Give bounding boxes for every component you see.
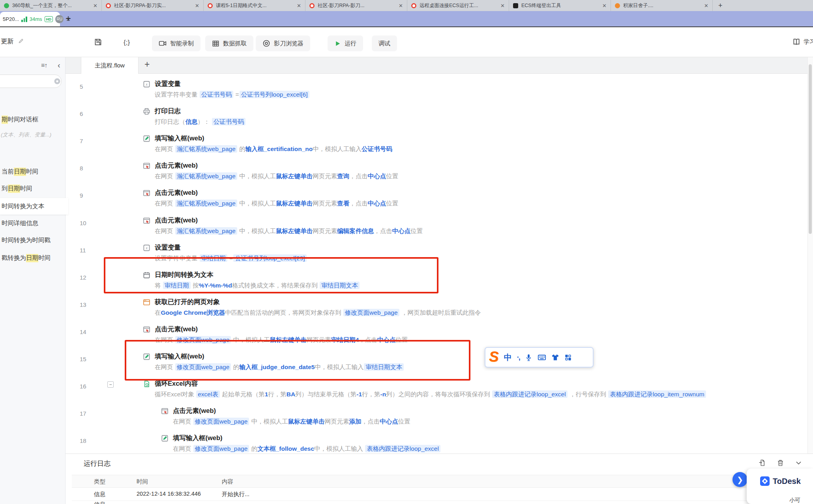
parameter-token[interactable]: 中心点 (380, 418, 398, 425)
sidebar-item[interactable]: 时间转换为时间戳 (0, 232, 66, 248)
parameter-token[interactable]: -1 (356, 391, 362, 398)
browser-tab[interactable]: 社区-影刀RPA-影刀...✕ (305, 0, 407, 11)
todesk-widget[interactable]: ToDesk 小可 (747, 469, 813, 504)
data-capture-button[interactable]: 数据抓取 (205, 35, 253, 51)
parameter-token[interactable]: 鼠标左键单击 (276, 173, 313, 179)
variable-chip[interactable]: 表格内跟进记录loop_excel (492, 390, 568, 398)
add-flow-tab-button[interactable]: + (144, 59, 150, 70)
parameter-token[interactable]: 输入框_certification_no (245, 146, 313, 152)
variable-chip[interactable]: 瀚汇铭系统web_page (175, 145, 237, 153)
parameter-token[interactable]: 信息 (185, 118, 198, 125)
flow-step-7[interactable]: 7填写输入框(web)在网页 瀚汇铭系统web_page 的输入框_certif… (66, 134, 807, 161)
variable-chip[interactable]: 瀚汇铭系统web_page (175, 172, 237, 180)
variables-icon[interactable]: {;} (124, 39, 130, 47)
browser-tab[interactable]: 社区-影刀RPA-影刀实...✕ (102, 0, 204, 11)
flow-step-5[interactable]: 5x设置变量设置字符串变量 公证书号码 =公证书号列loop_excel[6] (66, 80, 807, 106)
browser-tab[interactable]: 课程5-1日期格式中文...✕ (204, 0, 305, 11)
run-button[interactable]: 运行 (328, 35, 363, 51)
active-browser-tab[interactable]: 5P20... 34ms HD RU ✕ (0, 12, 60, 26)
clear-log-icon[interactable] (777, 459, 784, 467)
scrollbar-thumb[interactable] (809, 64, 812, 234)
skin-icon[interactable] (551, 353, 559, 361)
yingdao-browser-button[interactable]: 影刀浏览器 (256, 35, 310, 51)
close-tab-icon[interactable]: ✕ (195, 3, 199, 9)
sidebar-item[interactable]: 到日期时间 (0, 180, 66, 197)
close-tab-icon[interactable]: ✕ (704, 3, 708, 9)
variable-chip[interactable]: 修改页面web_page (343, 309, 399, 316)
flow-step-8[interactable]: 8点击元素(web)在网页 瀚汇铭系统web_page 中，模拟人工鼠标左键单击… (66, 161, 807, 188)
close-tab-icon[interactable]: ✕ (93, 3, 97, 9)
variable-chip[interactable]: 公证书号码 (212, 118, 246, 125)
close-tab-icon[interactable]: ✕ (500, 3, 505, 9)
parameter-token[interactable]: 鼠标左键单击 (288, 418, 325, 425)
parameter-token[interactable]: 中心点 (368, 200, 386, 207)
parameter-token[interactable]: 文本框_follow_desc (257, 445, 314, 452)
toolbox-icon[interactable] (564, 354, 572, 361)
parameter-token[interactable]: 中心点 (392, 228, 411, 234)
editor-scrollbar[interactable] (807, 57, 813, 454)
browser-tab[interactable]: 积家日舍子....✕ (611, 0, 713, 11)
close-tab-icon[interactable]: ✕ (297, 3, 301, 9)
parameter-token[interactable]: BA (287, 391, 295, 398)
browser-tab[interactable]: 360导航_一个主页，整个...✕ (0, 0, 102, 11)
close-tab-icon[interactable]: ✕ (602, 3, 607, 9)
flow-step-6[interactable]: 6打印日志打印日志（信息）： 公证书号码 (66, 107, 807, 134)
close-tab-icon[interactable]: ✕ (399, 3, 403, 9)
search-clear-icon[interactable] (54, 78, 61, 85)
new-tab-button[interactable]: + (66, 13, 71, 24)
expand-widget-button[interactable]: ❯ (732, 472, 747, 487)
learn-button[interactable]: 学习 (792, 38, 813, 46)
sogou-logo[interactable]: S (489, 349, 499, 364)
parameter-token[interactable]: 添加 (349, 418, 362, 425)
export-log-icon[interactable] (759, 459, 766, 467)
sogou-input-bar[interactable]: S 中 ·, (485, 347, 594, 368)
variable-chip[interactable]: 修改页面web_page (193, 445, 249, 452)
variable-chip[interactable]: excel表 (196, 390, 220, 398)
chinese-mode-toggle[interactable]: 中 (504, 352, 512, 363)
parameter-token[interactable]: 查看 (337, 200, 349, 207)
flow-step-9[interactable]: 9点击元素(web)在网页 瀚汇铭系统web_page 中，模拟人工鼠标左键单击… (66, 189, 807, 215)
debug-button[interactable]: 调试 (372, 35, 397, 51)
update-label[interactable]: 更新 (1, 37, 13, 46)
variable-chip[interactable]: 表格内跟进记录loop_item_rownum (608, 390, 706, 398)
sort-icon[interactable]: ≡↑ (41, 62, 47, 69)
parameter-token[interactable]: 编辑案件信息 (337, 228, 374, 234)
flow-step-16[interactable]: 16−循环Excel内容循环Excel对象 excel表 起始单元格（第1行，第… (66, 379, 807, 406)
flow-step-18[interactable]: 18填写输入框(web)在网页 修改页面web_page 的文本框_follow… (66, 434, 807, 454)
punctuation-toggle[interactable]: ·, (517, 353, 520, 362)
sidebar-item[interactable]: 期时间对话框 (0, 111, 66, 128)
new-tab-button[interactable]: + (718, 2, 723, 10)
sidebar-item[interactable]: 时间转换为文本 (0, 198, 68, 215)
smart-record-button[interactable]: 智能录制 (152, 35, 200, 51)
log-table-row[interactable]: 信息2022-12-14 16:38:32.446开始执行... (72, 488, 813, 501)
flow-step-17[interactable]: 17点击元素(web)在网页 修改页面web_page 中，模拟人工鼠标左键单击… (66, 407, 807, 433)
variable-chip[interactable]: 公证书号列loop_excel[6] (240, 91, 309, 98)
save-icon[interactable] (94, 38, 102, 46)
command-search-input[interactable] (0, 75, 62, 88)
parameter-token[interactable]: 公证书号码 (362, 146, 392, 152)
sidebar-item[interactable]: 时间详细信息 (0, 215, 66, 231)
variable-chip[interactable]: 瀚汇铭系统web_page (175, 227, 237, 235)
variable-chip[interactable]: 公证书号码 (200, 91, 234, 98)
browser-tab[interactable]: 远程桌面连接ECS运行工...✕ (407, 0, 509, 11)
browser-tab[interactable]: ECS终端登出工具✕ (509, 0, 611, 11)
flow-step-10[interactable]: 10点击元素(web)在网页 瀚汇铭系统web_page 中，模拟人工鼠标左键单… (66, 216, 807, 243)
soft-keyboard-icon[interactable] (538, 353, 546, 362)
tab-main-flow[interactable]: 主流程.flow (81, 57, 139, 74)
voice-input-icon[interactable] (525, 354, 532, 361)
parameter-token[interactable]: 鼠标左键单击 (276, 200, 313, 207)
parameter-token[interactable]: 鼠标左键单击 (276, 228, 313, 234)
parameter-token[interactable]: 查询 (337, 173, 349, 179)
variable-chip[interactable]: 表格内跟进记录loop_excel (365, 445, 440, 452)
collapse-panel-icon[interactable]: ‹ (58, 61, 60, 70)
parameter-token[interactable]: -n (380, 391, 386, 398)
sidebar-item[interactable]: 戳转换为日期时间 (0, 250, 66, 266)
collapse-log-icon[interactable] (795, 459, 802, 467)
edit-icon[interactable] (18, 38, 24, 44)
collapse-step-button[interactable]: − (107, 381, 114, 388)
sidebar-item[interactable]: 当前日期时间 (0, 163, 66, 180)
variable-chip[interactable]: 修改页面web_page (193, 418, 249, 425)
flow-step-13[interactable]: 13获取已打开的网页对象在Google Chrome浏览器中匹配当前活动的网页，… (66, 298, 807, 325)
parameter-token[interactable]: 中心点 (368, 173, 386, 179)
variable-chip[interactable]: 瀚汇铭系统web_page (175, 200, 237, 207)
